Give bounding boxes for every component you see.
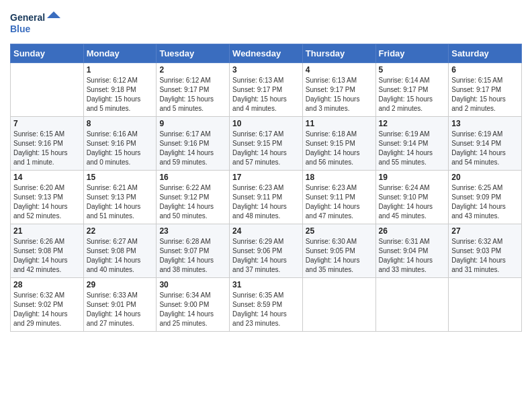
cell-info: Sunrise: 6:26 AM Sunset: 9:08 PM Dayligh… bbox=[13, 237, 81, 275]
calendar-cell: 12Sunrise: 6:19 AM Sunset: 9:14 PM Dayli… bbox=[375, 117, 449, 171]
cell-info: Sunrise: 6:21 AM Sunset: 9:13 PM Dayligh… bbox=[87, 183, 154, 221]
calendar-cell: 8Sunrise: 6:16 AM Sunset: 9:16 PM Daylig… bbox=[83, 117, 157, 171]
calendar-cell: 4Sunrise: 6:13 AM Sunset: 9:17 PM Daylig… bbox=[302, 63, 375, 117]
column-header-tuesday: Tuesday bbox=[157, 44, 230, 63]
cell-info: Sunrise: 6:15 AM Sunset: 9:17 PM Dayligh… bbox=[451, 76, 519, 113]
cell-info: Sunrise: 6:18 AM Sunset: 9:15 PM Dayligh… bbox=[306, 130, 373, 167]
column-header-monday: Monday bbox=[83, 44, 157, 63]
calendar-cell: 31Sunrise: 6:35 AM Sunset: 8:59 PM Dayli… bbox=[230, 278, 303, 332]
calendar-cell: 14Sunrise: 6:20 AM Sunset: 9:13 PM Dayli… bbox=[11, 171, 84, 224]
day-number: 28 bbox=[13, 280, 81, 289]
cell-info: Sunrise: 6:19 AM Sunset: 9:14 PM Dayligh… bbox=[451, 130, 519, 167]
day-number: 31 bbox=[232, 280, 300, 289]
cell-info: Sunrise: 6:34 AM Sunset: 9:00 PM Dayligh… bbox=[159, 291, 226, 328]
calendar-table: SundayMondayTuesdayWednesdayThursdayFrid… bbox=[10, 44, 522, 332]
calendar-cell: 5Sunrise: 6:14 AM Sunset: 9:17 PM Daylig… bbox=[375, 63, 449, 117]
week-row-5: 28Sunrise: 6:32 AM Sunset: 9:02 PM Dayli… bbox=[11, 278, 522, 332]
day-number: 6 bbox=[451, 65, 519, 75]
column-header-friday: Friday bbox=[375, 44, 449, 63]
day-number: 14 bbox=[13, 173, 81, 182]
cell-info: Sunrise: 6:25 AM Sunset: 9:09 PM Dayligh… bbox=[451, 183, 519, 221]
day-number: 19 bbox=[379, 173, 446, 182]
day-number: 8 bbox=[87, 119, 154, 128]
svg-text:Blue: Blue bbox=[10, 24, 31, 34]
calendar-cell: 7Sunrise: 6:15 AM Sunset: 9:16 PM Daylig… bbox=[11, 117, 84, 171]
day-number: 22 bbox=[87, 226, 154, 236]
calendar-cell: 2Sunrise: 6:12 AM Sunset: 9:17 PM Daylig… bbox=[157, 63, 230, 117]
day-number: 27 bbox=[451, 226, 519, 236]
page-header: General Blue bbox=[10, 10, 522, 37]
day-number: 25 bbox=[306, 226, 373, 236]
cell-info: Sunrise: 6:16 AM Sunset: 9:16 PM Dayligh… bbox=[87, 130, 154, 167]
cell-info: Sunrise: 6:32 AM Sunset: 9:03 PM Dayligh… bbox=[451, 237, 519, 275]
day-number: 9 bbox=[159, 119, 226, 128]
calendar-cell bbox=[449, 278, 522, 332]
week-row-3: 14Sunrise: 6:20 AM Sunset: 9:13 PM Dayli… bbox=[11, 171, 522, 224]
day-number: 16 bbox=[159, 173, 226, 182]
cell-info: Sunrise: 6:17 AM Sunset: 9:15 PM Dayligh… bbox=[232, 130, 300, 167]
day-number: 21 bbox=[13, 226, 81, 236]
logo: General Blue bbox=[10, 10, 64, 37]
day-number: 11 bbox=[306, 119, 373, 128]
calendar-cell: 16Sunrise: 6:22 AM Sunset: 9:12 PM Dayli… bbox=[157, 171, 230, 224]
cell-info: Sunrise: 6:32 AM Sunset: 9:02 PM Dayligh… bbox=[13, 291, 81, 328]
calendar-cell: 13Sunrise: 6:19 AM Sunset: 9:14 PM Dayli… bbox=[449, 117, 522, 171]
cell-info: Sunrise: 6:14 AM Sunset: 9:17 PM Dayligh… bbox=[379, 76, 446, 113]
calendar-cell: 26Sunrise: 6:31 AM Sunset: 9:04 PM Dayli… bbox=[375, 224, 449, 278]
calendar-cell: 6Sunrise: 6:15 AM Sunset: 9:17 PM Daylig… bbox=[449, 63, 522, 117]
calendar-cell bbox=[302, 278, 375, 332]
cell-info: Sunrise: 6:29 AM Sunset: 9:06 PM Dayligh… bbox=[232, 237, 300, 275]
column-header-wednesday: Wednesday bbox=[230, 44, 303, 63]
day-number: 4 bbox=[306, 65, 373, 75]
cell-info: Sunrise: 6:13 AM Sunset: 9:17 PM Dayligh… bbox=[232, 76, 300, 113]
header-row: SundayMondayTuesdayWednesdayThursdayFrid… bbox=[11, 44, 522, 63]
day-number: 23 bbox=[159, 226, 226, 236]
week-row-1: 1Sunrise: 6:12 AM Sunset: 9:18 PM Daylig… bbox=[11, 63, 522, 117]
column-header-thursday: Thursday bbox=[302, 44, 375, 63]
column-header-saturday: Saturday bbox=[449, 44, 522, 63]
cell-info: Sunrise: 6:12 AM Sunset: 9:17 PM Dayligh… bbox=[159, 76, 226, 113]
cell-info: Sunrise: 6:13 AM Sunset: 9:17 PM Dayligh… bbox=[306, 76, 373, 113]
calendar-cell: 19Sunrise: 6:24 AM Sunset: 9:10 PM Dayli… bbox=[375, 171, 449, 224]
cell-info: Sunrise: 6:28 AM Sunset: 9:07 PM Dayligh… bbox=[159, 237, 226, 275]
day-number: 2 bbox=[159, 65, 226, 75]
day-number: 29 bbox=[87, 280, 154, 289]
svg-text:General: General bbox=[10, 12, 45, 23]
calendar-cell: 23Sunrise: 6:28 AM Sunset: 9:07 PM Dayli… bbox=[157, 224, 230, 278]
day-number: 18 bbox=[306, 173, 373, 182]
calendar-cell: 25Sunrise: 6:30 AM Sunset: 9:05 PM Dayli… bbox=[302, 224, 375, 278]
calendar-cell: 30Sunrise: 6:34 AM Sunset: 9:00 PM Dayli… bbox=[157, 278, 230, 332]
day-number: 17 bbox=[232, 173, 300, 182]
calendar-cell: 10Sunrise: 6:17 AM Sunset: 9:15 PM Dayli… bbox=[230, 117, 303, 171]
cell-info: Sunrise: 6:19 AM Sunset: 9:14 PM Dayligh… bbox=[379, 130, 446, 167]
calendar-cell bbox=[375, 278, 449, 332]
svg-marker-1 bbox=[47, 11, 60, 18]
day-number: 12 bbox=[379, 119, 446, 128]
cell-info: Sunrise: 6:17 AM Sunset: 9:16 PM Dayligh… bbox=[159, 130, 226, 167]
day-number: 7 bbox=[13, 119, 81, 128]
calendar-cell: 21Sunrise: 6:26 AM Sunset: 9:08 PM Dayli… bbox=[11, 224, 84, 278]
cell-info: Sunrise: 6:23 AM Sunset: 9:11 PM Dayligh… bbox=[232, 183, 300, 221]
day-number: 15 bbox=[87, 173, 154, 182]
day-number: 26 bbox=[379, 226, 446, 236]
cell-info: Sunrise: 6:35 AM Sunset: 8:59 PM Dayligh… bbox=[232, 291, 300, 328]
week-row-2: 7Sunrise: 6:15 AM Sunset: 9:16 PM Daylig… bbox=[11, 117, 522, 171]
calendar-cell: 11Sunrise: 6:18 AM Sunset: 9:15 PM Dayli… bbox=[302, 117, 375, 171]
cell-info: Sunrise: 6:15 AM Sunset: 9:16 PM Dayligh… bbox=[13, 130, 81, 167]
cell-info: Sunrise: 6:31 AM Sunset: 9:04 PM Dayligh… bbox=[379, 237, 446, 275]
column-header-sunday: Sunday bbox=[11, 44, 84, 63]
cell-info: Sunrise: 6:12 AM Sunset: 9:18 PM Dayligh… bbox=[87, 76, 154, 113]
calendar-cell: 28Sunrise: 6:32 AM Sunset: 9:02 PM Dayli… bbox=[11, 278, 84, 332]
calendar-cell: 18Sunrise: 6:23 AM Sunset: 9:11 PM Dayli… bbox=[302, 171, 375, 224]
day-number: 20 bbox=[451, 173, 519, 182]
cell-info: Sunrise: 6:24 AM Sunset: 9:10 PM Dayligh… bbox=[379, 183, 446, 221]
calendar-cell: 3Sunrise: 6:13 AM Sunset: 9:17 PM Daylig… bbox=[230, 63, 303, 117]
week-row-4: 21Sunrise: 6:26 AM Sunset: 9:08 PM Dayli… bbox=[11, 224, 522, 278]
day-number: 3 bbox=[232, 65, 300, 75]
day-number: 24 bbox=[232, 226, 300, 236]
calendar-cell: 9Sunrise: 6:17 AM Sunset: 9:16 PM Daylig… bbox=[157, 117, 230, 171]
cell-info: Sunrise: 6:27 AM Sunset: 9:08 PM Dayligh… bbox=[87, 237, 154, 275]
cell-info: Sunrise: 6:20 AM Sunset: 9:13 PM Dayligh… bbox=[13, 183, 81, 221]
day-number: 30 bbox=[159, 280, 226, 289]
calendar-cell: 29Sunrise: 6:33 AM Sunset: 9:01 PM Dayli… bbox=[83, 278, 157, 332]
